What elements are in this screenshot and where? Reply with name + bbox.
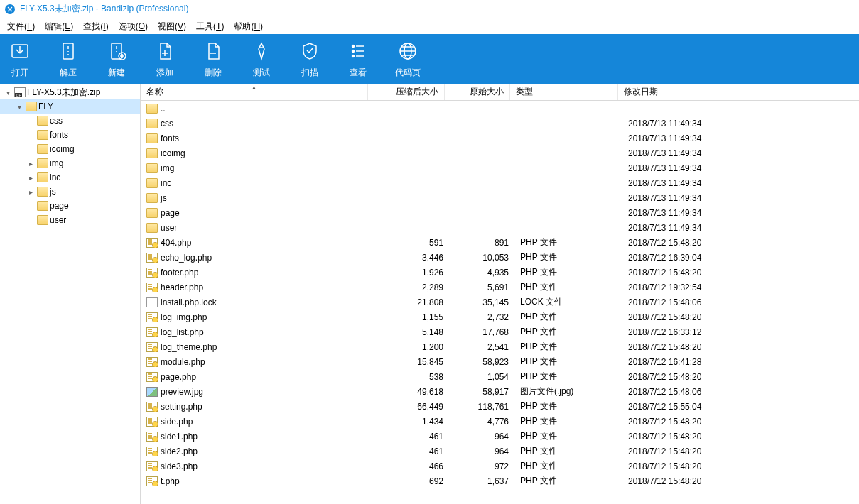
menu-i[interactable]: 查找(I) (79, 19, 112, 34)
compressed-size: 66,449 (372, 402, 449, 412)
modified-date: 2018/7/13 11:49:34 (622, 223, 765, 233)
file-name: side3.php (161, 461, 198, 471)
file-name: footer.php (161, 268, 198, 278)
toolbar-open-button[interactable]: 打开 (9, 40, 31, 79)
expander-icon[interactable]: ▸ (26, 174, 36, 182)
file-row[interactable]: icoimg2018/7/13 11:49:34 (141, 146, 859, 160)
modified-date: 2018/7/12 16:33:12 (622, 327, 765, 337)
file-row[interactable]: inc2018/7/13 11:49:34 (141, 175, 859, 190)
open-icon (9, 40, 31, 62)
modified-date: 2018/7/12 16:39:04 (622, 253, 765, 263)
file-name: fonts (161, 133, 179, 143)
menu-e[interactable]: 编辑(E) (40, 19, 77, 34)
file-row[interactable]: side2.php461964PHP 文件2018/7/12 15:48:20 (141, 444, 859, 459)
tree-item-fly[interactable]: ▾FLY (0, 99, 140, 114)
col-name[interactable]: 名称▲ (141, 84, 368, 100)
tree-item-page[interactable]: page (0, 199, 140, 213)
col-compressed-size[interactable]: 压缩后大小 (368, 84, 445, 100)
php-icon (146, 417, 158, 427)
file-row[interactable]: side.php1,4344,776PHP 文件2018/7/12 15:48:… (141, 414, 859, 429)
toolbar-scan-button[interactable]: 扫描 (298, 40, 321, 79)
php-icon (146, 312, 158, 322)
toolbar-extract-button[interactable]: 解压 (57, 40, 80, 79)
folder-icon (37, 144, 48, 154)
file-row[interactable]: log_img.php1,1552,732PHP 文件2018/7/12 15:… (141, 309, 859, 324)
tree-item-js[interactable]: ▸js (0, 185, 140, 199)
compressed-size: 692 (372, 476, 449, 486)
expander-icon[interactable]: ▾ (3, 89, 13, 97)
original-size: 2,541 (449, 342, 514, 352)
file-row[interactable]: img2018/7/13 11:49:34 (141, 160, 859, 175)
tree-item-inc[interactable]: ▸inc (0, 170, 140, 185)
original-size: 58,917 (449, 387, 514, 397)
file-row[interactable]: header.php2,2895,691PHP 文件2018/7/12 19:3… (141, 280, 859, 295)
modified-date: 2018/7/12 15:48:20 (622, 312, 765, 322)
menubar: 文件(F)编辑(E)查找(I)选项(O)视图(V)工具(T)帮助(H) (0, 18, 859, 34)
column-headers[interactable]: 名称▲ 压缩后大小 原始大小 类型 修改日期 (141, 84, 859, 101)
file-row[interactable]: t.php6921,637PHP 文件2018/7/12 15:48:20 (141, 473, 859, 488)
col-modified-date[interactable]: 修改日期 (618, 84, 760, 100)
toolbar-delete-button[interactable]: 删除 (202, 40, 225, 79)
file-type: PHP 文件 (514, 475, 622, 487)
col-type[interactable]: 类型 (510, 84, 618, 100)
expander-icon[interactable]: ▸ (26, 188, 36, 196)
tree-item-fonts[interactable]: fonts (0, 128, 140, 142)
file-name: preview.jpg (161, 387, 203, 397)
original-size: 35,145 (449, 297, 514, 307)
file-row[interactable]: echo_log.php3,44610,053PHP 文件2018/7/12 1… (141, 250, 859, 265)
modified-date: 2018/7/12 15:48:20 (622, 417, 765, 427)
file-row[interactable]: page.php5381,054PHP 文件2018/7/12 15:48:20 (141, 369, 859, 384)
file-row[interactable]: preview.jpg49,61858,917图片文件(.jpg)2018/7/… (141, 384, 859, 399)
expander-icon[interactable]: ▸ (26, 160, 36, 168)
menu-t[interactable]: 工具(T) (192, 19, 228, 34)
file-row[interactable]: module.php15,84558,923PHP 文件2018/7/12 16… (141, 354, 859, 369)
menu-o[interactable]: 选项(O) (114, 19, 152, 34)
file-row[interactable]: page2018/7/13 11:49:34 (141, 205, 859, 220)
modified-date: 2018/7/12 15:48:20 (622, 268, 765, 278)
tree-item-css[interactable]: css (0, 114, 140, 128)
modified-date: 2018/7/13 11:49:34 (622, 148, 765, 158)
col-original-size[interactable]: 原始大小 (445, 84, 510, 100)
file-list[interactable]: ..css2018/7/13 11:49:34fonts2018/7/13 11… (141, 101, 859, 504)
file-row[interactable]: js2018/7/13 11:49:34 (141, 190, 859, 205)
compressed-size: 466 (372, 461, 449, 471)
file-row[interactable]: fonts2018/7/13 11:49:34 (141, 131, 859, 146)
modified-date: 2018/7/13 11:49:34 (622, 178, 765, 188)
file-row[interactable]: log_list.php5,14817,768PHP 文件2018/7/12 1… (141, 324, 859, 339)
file-row[interactable]: user2018/7/13 11:49:34 (141, 220, 859, 235)
file-row[interactable]: footer.php1,9264,935PHP 文件2018/7/12 15:4… (141, 265, 859, 280)
tree-item-icoimg[interactable]: icoimg (0, 142, 140, 156)
tree-root[interactable]: ▾FLY-X5.3未加密.zip (0, 85, 140, 99)
file-row[interactable]: css2018/7/13 11:49:34 (141, 116, 859, 131)
new-icon (105, 40, 128, 62)
file-row[interactable]: .. (141, 101, 859, 116)
file-row[interactable]: log_theme.php1,2002,541PHP 文件2018/7/12 1… (141, 339, 859, 354)
file-row[interactable]: side3.php466972PHP 文件2018/7/12 15:48:20 (141, 459, 859, 473)
toolbar-test-button[interactable]: 测试 (250, 40, 273, 79)
menu-v[interactable]: 视图(V) (153, 19, 190, 34)
toolbar-codepage-button[interactable]: 代码页 (395, 40, 421, 79)
file-row[interactable]: install.php.lock21,80835,145LOCK 文件2018/… (141, 295, 859, 309)
file-row[interactable]: side1.php461964PHP 文件2018/7/12 15:48:20 (141, 429, 859, 444)
file-name: side.php (161, 417, 193, 427)
file-row[interactable]: setting.php66,449118,761PHP 文件2018/7/12 … (141, 399, 859, 414)
menu-h[interactable]: 帮助(H) (229, 19, 267, 34)
modified-date: 2018/7/12 15:48:20 (622, 372, 765, 382)
file-row[interactable]: 404.php591891PHP 文件2018/7/12 15:48:20 (141, 235, 859, 250)
expander-icon[interactable]: ▾ (14, 103, 24, 111)
compressed-size: 3,446 (372, 253, 449, 263)
modified-date: 2018/7/12 15:48:20 (622, 432, 765, 442)
php-icon (146, 476, 158, 486)
tree-item-img[interactable]: ▸img (0, 156, 140, 170)
folder-tree[interactable]: ▾FLY-X5.3未加密.zip▾FLYcssfontsicoimg▸img▸i… (0, 84, 141, 504)
toolbar-view-button[interactable]: 查看 (347, 40, 369, 79)
modified-date: 2018/7/13 11:49:34 (622, 133, 765, 143)
toolbar-new-button[interactable]: 新建 (105, 40, 128, 79)
modified-date: 2018/7/12 15:48:20 (622, 238, 765, 248)
php-icon (146, 327, 158, 337)
toolbar-add-button[interactable]: 添加 (153, 40, 176, 79)
modified-date: 2018/7/12 19:32:54 (622, 283, 765, 292)
tree-item-user[interactable]: user (0, 213, 140, 227)
menu-f[interactable]: 文件(F) (3, 19, 39, 34)
file-name: img (161, 163, 174, 173)
